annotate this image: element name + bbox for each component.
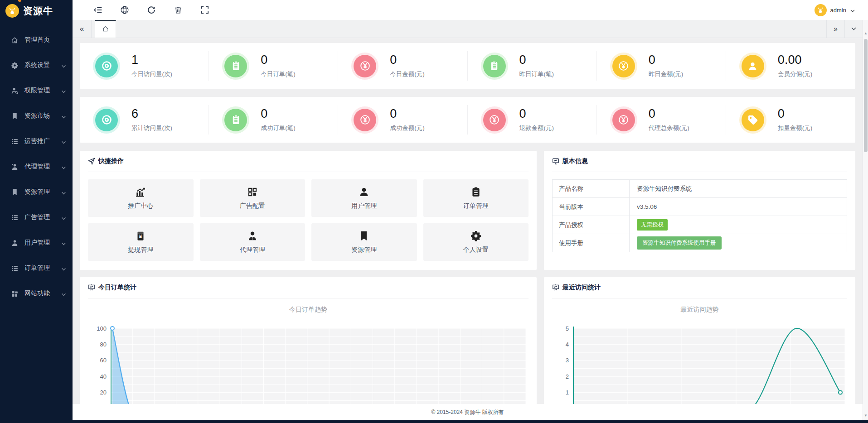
scroll-down-arrow-icon[interactable]: ▼ <box>863 412 868 418</box>
stat-today-orders: 0今日订单(笔) <box>209 43 338 89</box>
today-orders-panel: 今日订单统计 今日订单趋势 20406080100 <box>80 277 537 420</box>
svg-text:2: 2 <box>566 373 569 380</box>
svg-text:20: 20 <box>100 389 107 396</box>
svg-text:40: 40 <box>100 373 107 380</box>
row-label: 产品授权 <box>553 216 630 234</box>
quick-action-personal-settings[interactable]: 个人设置 <box>423 223 529 261</box>
svg-text:1: 1 <box>566 389 569 396</box>
home-tab-icon <box>102 25 109 34</box>
svg-text:100: 100 <box>97 325 107 332</box>
recent-visits-chart: 12345 <box>552 325 847 406</box>
manual-link-button[interactable]: 资源牛知识付费系统使用手册 <box>637 236 722 250</box>
sidebar-item-dashboard[interactable]: 管理首页 <box>0 27 73 53</box>
chevron-down-icon <box>61 266 66 271</box>
row-label: 当前版本 <box>553 198 630 216</box>
quick-action-ad-config[interactable]: 广告配置 <box>200 179 305 217</box>
sidebar-item-operation-promo[interactable]: 运营推广 <box>0 129 73 154</box>
stat-yesterday-amount: 0昨日金额(元) <box>597 43 726 89</box>
sidebar-item-resource-market[interactable]: 资源市场 <box>0 103 73 129</box>
gear-icon <box>470 230 482 242</box>
sidebar-item-resource-management[interactable]: 资源管理 <box>0 179 73 205</box>
quick-action-withdraw-management[interactable]: ¥ 提现管理 <box>88 223 194 261</box>
brand-cow-icon <box>5 4 19 18</box>
panel-title: 最近访问统计 <box>563 284 601 292</box>
tabs-scroll-left-button[interactable]: « <box>73 20 92 38</box>
tabs-dropdown-button[interactable] <box>844 20 863 38</box>
chevron-down-icon <box>850 7 855 13</box>
refresh-icon[interactable] <box>147 5 156 14</box>
quick-action-agent-management[interactable]: 代理管理 <box>200 223 305 261</box>
row-label: 使用手册 <box>553 234 630 252</box>
table-row: 产品名称 资源牛知识付费系统 <box>553 180 847 198</box>
trash-icon[interactable] <box>174 5 183 14</box>
svg-text:3: 3 <box>566 357 569 364</box>
view-icon <box>95 55 118 77</box>
quick-action-order-management[interactable]: 订单管理 <box>423 179 529 217</box>
chevron-down-icon <box>61 88 66 93</box>
yen-icon <box>483 109 506 131</box>
svg-text:5: 5 <box>566 325 569 332</box>
panel-title: 快捷操作 <box>98 157 124 165</box>
collapse-sidebar-icon[interactable] <box>93 5 102 14</box>
stat-today-amount: 0今日金额(元) <box>338 43 467 89</box>
tag-icon <box>742 109 764 131</box>
today-orders-chart: 20406080100 <box>88 325 529 406</box>
avatar <box>815 4 827 16</box>
stat-value: 1 <box>131 53 172 66</box>
agent-icon <box>11 163 19 171</box>
row-label: 产品名称 <box>553 180 630 198</box>
stat-deduction-amount: 0扣量金额(元) <box>726 97 855 143</box>
stat-agent-balance: 0代理总余额(元) <box>597 97 726 143</box>
quick-action-user-management[interactable]: 用户管理 <box>311 179 417 217</box>
version-table: 产品名称 资源牛知识付费系统 当前版本 v3.5.06 产品授权 无需授权 使用… <box>552 179 847 252</box>
current-version: v3.5.06 <box>630 198 847 216</box>
scrollbar-thumb[interactable] <box>864 39 868 152</box>
chevron-down-icon <box>61 139 66 144</box>
sidebar-item-agent-management[interactable]: 代理管理 <box>0 154 73 179</box>
list-icon <box>11 138 19 145</box>
stats-row-today: 1今日访问量(次) 0今日订单(笔) 0今日金额(元) 0昨日订单(笔) 0昨日… <box>80 43 855 89</box>
sidebar-item-permissions[interactable]: 权限管理 <box>0 78 73 103</box>
order-icon <box>224 109 247 131</box>
sidebar-item-order-management[interactable]: 订单管理 <box>0 255 73 281</box>
main-content: 1今日访问量(次) 0今日订单(笔) 0今日金额(元) 0昨日订单(笔) 0昨日… <box>73 38 863 420</box>
gear-icon <box>11 62 19 69</box>
yen-icon <box>354 109 376 131</box>
scroll-up-arrow-icon[interactable]: ▲ <box>863 30 868 36</box>
agent-icon <box>247 230 258 242</box>
tabs-scroll-right-button[interactable]: » <box>826 20 844 38</box>
chevron-down-icon <box>61 164 66 169</box>
svg-text:¥: ¥ <box>139 234 142 239</box>
chevron-down-icon <box>61 240 66 245</box>
user-icon <box>11 239 19 247</box>
table-row: 当前版本 v3.5.06 <box>553 198 847 216</box>
bookmark-icon <box>358 230 370 242</box>
chart-title: 最近访问趋势 <box>552 306 847 314</box>
app-logo[interactable]: 资源牛 <box>0 0 73 22</box>
quick-action-promo-center[interactable]: 推广中心 <box>88 179 194 217</box>
chevron-down-icon <box>61 215 66 220</box>
vertical-scrollbar[interactable]: ▲ ▼ <box>863 20 868 420</box>
svg-text:80: 80 <box>100 341 107 348</box>
stat-success-amount: 0成功金额(元) <box>338 97 467 143</box>
stats-row-total: 6累计访问量(次) 0成功订单(笔) 0成功金额(元) 0退款金额(元) 0代理… <box>80 97 855 143</box>
svg-text:4: 4 <box>566 341 569 348</box>
sidebar-item-system-settings[interactable]: 系统设置 <box>0 53 73 78</box>
permission-icon <box>11 87 19 95</box>
yen-icon <box>612 109 635 131</box>
chart-board-icon <box>552 284 559 291</box>
sidebar-item-user-management[interactable]: 用户管理 <box>0 230 73 255</box>
bookmark-icon <box>11 188 19 196</box>
table-row: 产品授权 无需授权 <box>553 216 847 234</box>
sidebar-item-ad-management[interactable]: 广告管理 <box>0 205 73 230</box>
globe-icon[interactable] <box>120 5 129 14</box>
order-icon <box>224 55 247 77</box>
fullscreen-icon[interactable] <box>200 5 209 14</box>
quick-action-resource-management[interactable]: 资源管理 <box>311 223 417 261</box>
tab-home[interactable] <box>95 20 116 38</box>
admin-menu[interactable]: admin <box>815 0 855 20</box>
copyright-footer: © 2015-2024 资源牛 版权所有 <box>73 404 863 420</box>
chevron-down-icon <box>61 291 66 296</box>
sidebar-item-site-features[interactable]: 网站功能 <box>0 281 73 306</box>
product-name: 资源牛知识付费系统 <box>630 180 847 198</box>
